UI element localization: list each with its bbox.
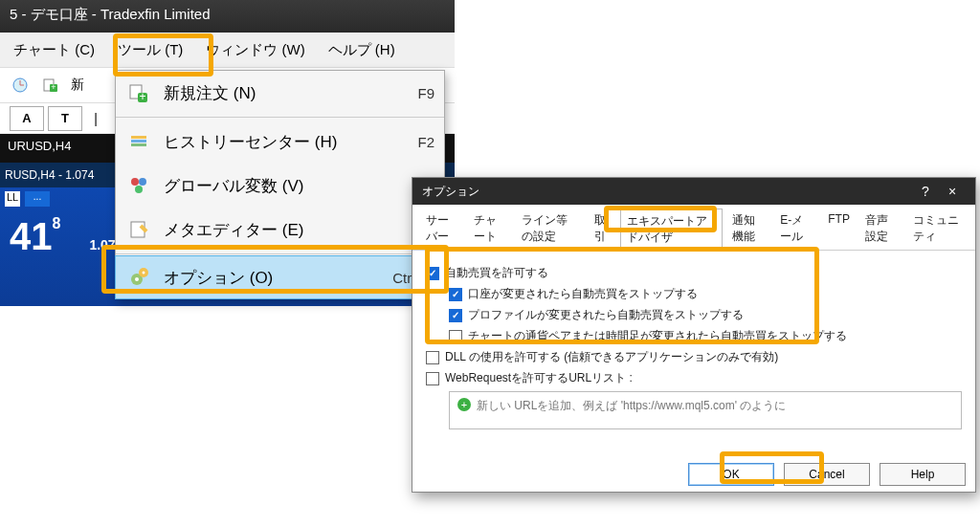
gear-icon [125,264,152,291]
check-stop-on-account-change[interactable]: ✓ 口座が変更されたら自動売買をストップする [449,286,962,302]
chart-mini-tab-2[interactable]: ... [25,191,50,207]
autoscroll-icon[interactable] [10,75,31,96]
tools-dropdown: + 新規注文 (N) F9 ヒストリーセンター (H) F2 グローバル変数 (… [115,70,445,299]
tab-community[interactable]: コミュニティ [907,209,968,250]
tab-chart[interactable]: チャート [468,209,512,250]
menu-help[interactable]: ヘルプ (H) [321,35,403,65]
check-label: プロファイルが変更されたら自動売買をストップする [468,307,744,323]
dropdown-label: メタエディター (E) [164,219,303,241]
dropdown-label: グローバル変数 (V) [164,175,303,197]
url-placeholder-text: 新しい URLを追加、例えば 'https://www.mql5.com' のよ… [477,398,786,414]
dropdown-label: オプション (O) [164,267,273,289]
chart-mini-tab-1[interactable]: LL [5,191,20,207]
text-tool-a-button[interactable]: A [10,106,44,131]
svg-rect-10 [131,143,146,146]
tab-expert-advisor[interactable]: エキスパートアドバイザ [620,209,724,251]
checkbox-icon: ✓ [426,267,439,280]
dropdown-history-center[interactable]: ヒストリーセンター (H) F2 [116,120,444,164]
dropdown-label: 新規注文 (N) [164,82,256,104]
menu-chart[interactable]: チャート (C) [6,35,102,65]
tab-trade[interactable]: 取引 [589,209,616,250]
dialog-tabs: サーバー チャート ライン等の設定 取引 エキスパートアドバイザ 通知機能 E-… [412,205,975,251]
check-label: DLL の使用を許可する (信頼できるアプリケーションのみで有効) [445,349,778,365]
window-title: 5 - デモ口座 - Tradexfin Limited [0,0,455,33]
checkbox-icon: ✓ [449,288,462,301]
checkbox-icon [449,330,462,343]
history-icon [125,128,152,155]
menu-tools[interactable]: ツール (T) [110,35,190,65]
dialog-help-button[interactable]: ? [912,184,939,199]
tab-email[interactable]: E-メール [774,209,818,250]
svg-point-12 [139,178,146,186]
svg-point-16 [135,277,139,281]
svg-rect-9 [131,140,146,143]
check-allow-auto-trade[interactable]: ✓ 自動売買を許可する [426,265,962,281]
tab-ftp[interactable]: FTP [822,209,856,250]
text-tool-t-button[interactable]: T [48,106,82,131]
dropdown-shortcut: F2 [417,134,434,150]
new-button-label[interactable]: 新 [71,77,84,94]
tab-sound[interactable]: 音声設定 [859,209,903,250]
new-order-icon: + [125,79,152,106]
checkbox-icon [426,351,439,364]
quote-left-whole: 41 [10,215,53,257]
globals-icon [125,172,152,199]
dialog-title: オプション [422,184,479,200]
svg-text:+: + [139,90,145,103]
chart-symbol-label: URUSD,H4 [8,139,71,153]
tab-server[interactable]: サーバー [420,209,464,250]
dialog-titlebar: オプション ? × [412,178,975,205]
dropdown-separator [116,117,444,118]
svg-point-13 [135,186,143,193]
check-stop-on-profile-change[interactable]: ✓ プロファイルが変更されたら自動売買をストップする [449,307,962,323]
check-allow-webrequest[interactable]: WebRequestを許可するURLリスト : [426,370,962,386]
toolbar-divider: | [86,111,105,126]
quote-left-sup: 8 [53,215,61,231]
ok-button[interactable]: OK [688,463,774,486]
add-url-icon[interactable]: + [457,398,471,411]
svg-point-18 [143,272,145,274]
dropdown-global-variables[interactable]: グローバル変数 (V) F [116,164,444,208]
dialog-close-button[interactable]: × [939,184,966,199]
cancel-button[interactable]: Cancel [784,463,870,486]
chart-symbol-small: RUSD,H4 - 1.074 [5,168,94,182]
dropdown-label: ヒストリーセンター (H) [164,131,337,153]
check-allow-dll[interactable]: DLL の使用を許可する (信頼できるアプリケーションのみで有効) [426,349,962,365]
dialog-body: ✓ 自動売買を許可する ✓ 口座が変更されたら自動売買をストップする ✓ プロフ… [412,251,975,439]
dropdown-separator [116,253,444,254]
check-label: WebRequestを許可するURLリスト : [445,370,633,386]
url-list-box[interactable]: + 新しい URLを追加、例えば 'https://www.mql5.com' … [449,391,962,429]
checkbox-icon: ✓ [449,309,462,322]
dropdown-new-order[interactable]: + 新規注文 (N) F9 [116,71,444,115]
check-stop-on-symbol-change[interactable]: チャートの通貨ペアまたは時間足が変更されたら自動売買をストップする [449,328,962,344]
editor-icon [125,216,152,243]
dropdown-shortcut: F9 [417,85,434,101]
svg-point-11 [131,178,139,186]
tab-notification[interactable]: 通知機能 [726,209,770,250]
quote-mid: 1.07 [89,237,115,253]
check-label: 口座が変更されたら自動売買をストップする [468,286,698,302]
help-button[interactable]: Help [880,463,966,486]
dropdown-metaeditor[interactable]: メタエディター (E) [116,208,444,252]
menu-bar: チャート (C) ツール (T) ウィンドウ (W) ヘルプ (H) [0,33,455,67]
svg-rect-8 [131,136,146,139]
dropdown-options[interactable]: オプション (O) Ctrl+O [115,255,445,299]
options-dialog: オプション ? × サーバー チャート ライン等の設定 取引 エキスパートアドバ… [412,177,976,493]
menu-window[interactable]: ウィンドウ (W) [198,35,312,65]
check-label: 自動売買を許可する [445,265,548,281]
new-order-icon[interactable]: + [40,75,61,96]
checkbox-icon [426,372,439,385]
svg-text:+: + [51,82,56,92]
dialog-button-row: OK Cancel Help [688,463,966,486]
tab-line-settings[interactable]: ライン等の設定 [516,209,585,250]
check-label: チャートの通貨ペアまたは時間足が変更されたら自動売買をストップする [468,328,847,344]
